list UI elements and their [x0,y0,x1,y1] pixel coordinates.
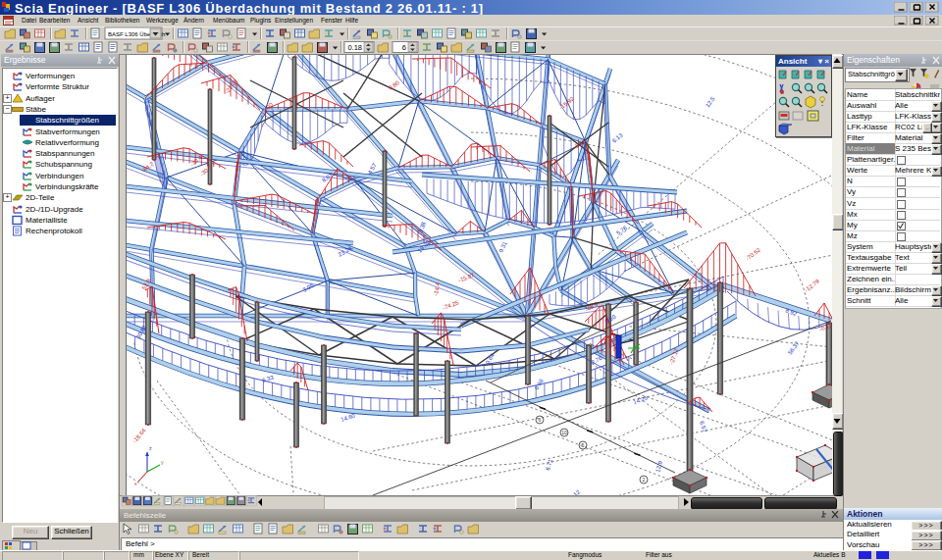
svg-text:0.18: 0.18 [347,43,362,52]
svg-text:6: 6 [402,43,406,52]
svg-text:5: 5 [582,442,585,448]
svg-text:6: 6 [539,417,542,423]
svg-text:2: 2 [643,477,646,483]
svg-text:10: 10 [561,430,567,435]
